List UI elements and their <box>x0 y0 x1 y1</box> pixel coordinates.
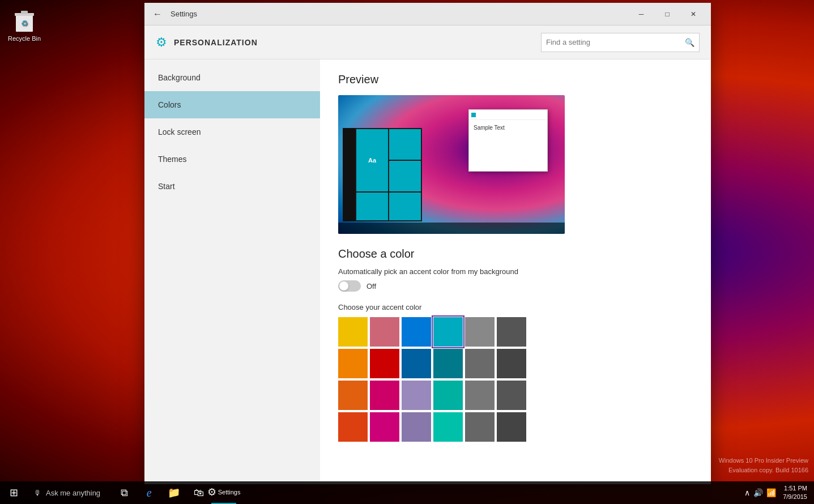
choose-color-title: Choose a color <box>338 247 693 260</box>
color-swatch-14[interactable] <box>402 381 431 410</box>
tile-3 <box>356 193 388 220</box>
dialog-accent <box>471 113 476 117</box>
color-swatch-21[interactable] <box>433 412 463 442</box>
sidebar-item-themes[interactable]: Themes <box>144 146 320 173</box>
color-swatch-8[interactable] <box>402 349 431 378</box>
taskbar-system-icons: ∧ 🔊 📶 <box>740 488 781 497</box>
color-swatch-13[interactable] <box>370 381 399 410</box>
close-button[interactable]: ✕ <box>680 3 706 25</box>
color-grid <box>338 317 693 442</box>
sidebar-item-colors[interactable]: Colors <box>144 91 320 118</box>
color-swatch-12[interactable] <box>338 381 368 410</box>
sidebar-item-start[interactable]: Start <box>144 173 320 200</box>
taskbar-system: ∧ 🔊 📶 1:51 PM 7/9/2015 <box>740 484 814 502</box>
color-swatch-10[interactable] <box>465 349 495 378</box>
taskbar: ⊞ 🎙 Ask me anything ⧉ e 📁 🛍 ⚙ Settings ∧… <box>0 481 814 504</box>
sidebar-item-colors-label: Colors <box>158 100 181 109</box>
preview-taskbar <box>338 223 565 234</box>
search-input[interactable] <box>546 38 685 46</box>
settings-button[interactable]: ⚙ Settings <box>211 481 236 504</box>
watermark-line2: Evaluation copy. Build 10166 <box>719 465 808 476</box>
dialog-content: Sample Text <box>469 120 547 135</box>
toggle-knob <box>339 281 348 291</box>
sidebar-item-lock-screen[interactable]: Lock screen <box>144 118 320 146</box>
start-tiles: Aa <box>355 128 422 221</box>
sidebar-item-background-label: Background <box>158 73 201 82</box>
back-button[interactable]: ← <box>149 6 166 23</box>
settings-header-title: PERSONALIZATION <box>174 38 258 47</box>
settings-taskbar-label: Settings <box>218 489 241 496</box>
svg-text:♻: ♻ <box>21 19 28 28</box>
tile-1 <box>389 129 421 160</box>
color-swatch-15[interactable] <box>433 381 463 410</box>
settings-content: Background Colors Lock screen Themes Sta… <box>144 59 711 484</box>
store-icon: 🛍 <box>194 487 204 499</box>
preview-background: Aa <box>338 95 565 234</box>
watermark-line1: Windows 10 Pro Insider Preview <box>719 456 808 466</box>
preview-start-menu: Aa <box>343 128 422 221</box>
mic-icon: 🎙 <box>34 489 41 497</box>
color-swatch-5[interactable] <box>497 317 526 347</box>
main-content: Preview Aa <box>320 59 711 484</box>
svg-rect-2 <box>21 11 28 14</box>
preview-inner: Aa <box>338 95 565 234</box>
color-swatch-18[interactable] <box>338 412 368 442</box>
preview-container: Aa <box>338 95 565 234</box>
color-swatch-20[interactable] <box>402 412 431 442</box>
edge-button[interactable]: e <box>137 481 161 504</box>
speakers-icon: 🔊 <box>753 488 763 497</box>
recycle-bin-label: Recycle Bin <box>8 35 41 42</box>
start-button[interactable]: ⊞ <box>0 481 27 504</box>
color-swatch-6[interactable] <box>338 349 368 378</box>
watermark: Windows 10 Pro Insider Preview Evaluatio… <box>719 456 808 476</box>
color-swatch-11[interactable] <box>497 349 526 378</box>
minimize-button[interactable]: ─ <box>628 3 654 25</box>
taskbar-apps: ⧉ e 📁 🛍 ⚙ Settings <box>112 481 236 504</box>
auto-pick-label: Automatically pick an accent color from … <box>338 267 693 276</box>
tile-aa: Aa <box>356 129 388 191</box>
explorer-icon: 📁 <box>168 486 180 499</box>
settings-header: ⚙ PERSONALIZATION 🔍 <box>144 25 711 59</box>
color-swatch-3[interactable] <box>433 317 463 347</box>
search-box[interactable]: 🔍 <box>541 33 700 52</box>
settings-window: ← Settings ─ □ ✕ ⚙ PERSONALIZATION 🔍 Bac… <box>144 3 711 484</box>
color-swatch-17[interactable] <box>497 381 526 410</box>
color-swatch-9[interactable] <box>433 349 463 378</box>
sidebar-item-lock-screen-label: Lock screen <box>158 127 201 136</box>
preview-title: Preview <box>338 73 693 86</box>
taskbar-clock[interactable]: 1:51 PM 7/9/2015 <box>783 484 807 502</box>
color-swatch-2[interactable] <box>402 317 431 347</box>
taskbar-time-value: 1:51 PM <box>783 484 807 493</box>
window-controls: ─ □ ✕ <box>628 3 706 25</box>
taskbar-search[interactable]: 🎙 Ask me anything <box>27 481 107 504</box>
color-swatch-23[interactable] <box>497 412 526 442</box>
tile-2 <box>389 161 421 191</box>
color-swatch-16[interactable] <box>465 381 495 410</box>
color-swatch-22[interactable] <box>465 412 495 442</box>
toggle-row: Off <box>338 280 693 292</box>
task-view-icon: ⧉ <box>121 487 128 499</box>
maximize-button[interactable]: □ <box>654 3 680 25</box>
network-icon: 📶 <box>766 488 776 497</box>
color-swatch-4[interactable] <box>465 317 495 347</box>
task-view-button[interactable]: ⧉ <box>112 481 137 504</box>
chevron-icon: ∧ <box>744 488 750 497</box>
color-swatch-19[interactable] <box>370 412 399 442</box>
taskbar-date-value: 7/9/2015 <box>783 493 807 501</box>
sidebar-item-background[interactable]: Background <box>144 64 320 91</box>
auto-pick-toggle[interactable] <box>338 280 361 292</box>
recycle-bin[interactable]: ♻ Recycle Bin <box>6 6 43 44</box>
dialog-titlebar <box>469 110 547 120</box>
explorer-button[interactable]: 📁 <box>161 481 186 504</box>
sample-text: Sample Text <box>474 125 505 131</box>
window-title: Settings <box>171 10 197 18</box>
title-bar: ← Settings ─ □ ✕ <box>144 3 711 25</box>
color-swatch-0[interactable] <box>338 317 368 347</box>
sidebar-item-start-label: Start <box>158 182 175 191</box>
color-swatch-1[interactable] <box>370 317 399 347</box>
tile-4 <box>389 193 421 220</box>
search-icon: 🔍 <box>685 38 694 47</box>
color-swatch-7[interactable] <box>370 349 399 378</box>
sidebar-item-themes-label: Themes <box>158 155 187 164</box>
toggle-label: Off <box>366 282 376 291</box>
